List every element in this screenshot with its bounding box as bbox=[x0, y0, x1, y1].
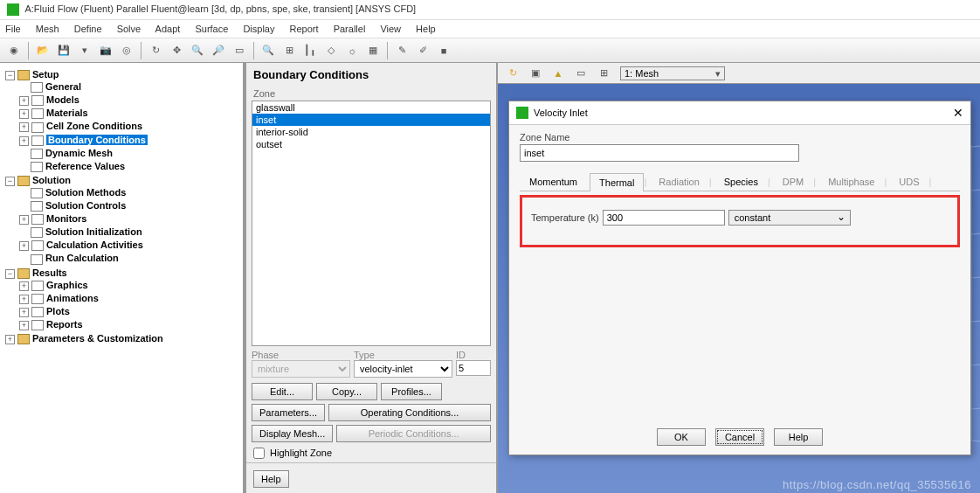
display-mesh-button[interactable]: Display Mesh... bbox=[252, 425, 333, 442]
tree-solution-methods[interactable]: Solution Methods bbox=[45, 187, 126, 198]
expand-icon[interactable]: + bbox=[19, 308, 29, 317]
operating-conditions-button[interactable]: Operating Conditions... bbox=[328, 404, 491, 421]
zoom-in-icon[interactable]: 🔍 bbox=[189, 42, 206, 59]
zoom-out-icon[interactable]: 🔎 bbox=[210, 42, 227, 59]
expand-icon[interactable]: + bbox=[19, 122, 29, 132]
highlight-zone-checkbox[interactable] bbox=[253, 448, 265, 459]
target-icon[interactable]: ◎ bbox=[118, 42, 135, 59]
expand-icon[interactable]: + bbox=[5, 335, 15, 344]
tree-monitors[interactable]: Monitors bbox=[46, 213, 86, 224]
eraser-icon[interactable]: ✐ bbox=[414, 42, 431, 59]
zone-item-selected[interactable]: inset bbox=[252, 114, 490, 126]
menu-adapt[interactable]: Adapt bbox=[155, 24, 181, 34]
tab-dpm[interactable]: DPM bbox=[773, 172, 813, 191]
annot-icon[interactable]: ✎ bbox=[393, 42, 411, 59]
close-icon[interactable]: ✕ bbox=[953, 106, 963, 120]
fit-icon[interactable]: ⊞ bbox=[280, 42, 298, 59]
pan-icon[interactable]: ✥ bbox=[168, 42, 185, 59]
menu-help[interactable]: Help bbox=[416, 24, 436, 34]
axes-icon[interactable]: ┃╻ bbox=[301, 42, 319, 59]
camera-icon[interactable]: 📷 bbox=[97, 42, 114, 59]
tree-reference-values[interactable]: Reference Values bbox=[45, 161, 125, 171]
dialog-titlebar[interactable]: Velocity Inlet ✕ bbox=[509, 101, 970, 125]
menu-view[interactable]: View bbox=[380, 24, 401, 34]
expand-icon[interactable]: + bbox=[19, 136, 29, 146]
expand-icon[interactable]: + bbox=[19, 321, 29, 330]
expand-icon[interactable]: − bbox=[5, 71, 15, 80]
expand-icon[interactable]: + bbox=[19, 96, 29, 106]
zoom-fit-icon[interactable]: 🔍 bbox=[259, 42, 277, 59]
tree-params[interactable]: Parameters & Customization bbox=[32, 333, 163, 344]
menu-surface[interactable]: Surface bbox=[195, 24, 228, 34]
tab-thermal[interactable]: Thermal bbox=[590, 173, 644, 191]
fit-window-icon[interactable]: ▣ bbox=[527, 65, 544, 82]
lights-icon[interactable]: ☼ bbox=[343, 42, 361, 59]
exec-icon[interactable]: ▭ bbox=[572, 65, 590, 82]
tree-setup[interactable]: Setup bbox=[32, 69, 59, 80]
zone-name-input[interactable] bbox=[520, 144, 799, 162]
tab-momentum[interactable]: Momentum bbox=[520, 172, 587, 191]
tree-reports[interactable]: Reports bbox=[46, 319, 83, 330]
expand-icon[interactable]: − bbox=[5, 177, 15, 186]
mesh-window-select[interactable]: 1: Mesh bbox=[620, 66, 725, 80]
menu-mesh[interactable]: Mesh bbox=[36, 24, 59, 34]
tree-general[interactable]: General bbox=[45, 81, 81, 92]
tab-species[interactable]: Species bbox=[714, 172, 768, 191]
tree-results[interactable]: Results bbox=[32, 267, 67, 278]
edit-button[interactable]: Edit... bbox=[252, 383, 313, 400]
help-button[interactable]: Help bbox=[253, 470, 289, 488]
tree-plots[interactable]: Plots bbox=[46, 306, 70, 316]
temperature-mode-select[interactable]: constant bbox=[728, 210, 851, 226]
expand-icon[interactable]: + bbox=[19, 109, 29, 119]
ok-button[interactable]: OK bbox=[657, 428, 706, 446]
zone-item[interactable]: outset bbox=[252, 138, 490, 150]
type-select[interactable]: velocity-inlet bbox=[354, 360, 452, 378]
scene-icon[interactable]: ■ bbox=[435, 42, 452, 59]
rotate-icon[interactable]: ↻ bbox=[147, 42, 164, 59]
dialog-help-button[interactable]: Help bbox=[774, 428, 823, 446]
tree-animations[interactable]: Animations bbox=[46, 293, 99, 303]
save-icon[interactable]: 💾 bbox=[55, 42, 72, 59]
probe-icon[interactable]: ◇ bbox=[322, 42, 340, 59]
ansys-icon[interactable]: ▲ bbox=[549, 65, 567, 82]
temperature-input[interactable] bbox=[603, 210, 725, 226]
tree-solution[interactable]: Solution bbox=[32, 175, 71, 185]
menu-file[interactable]: File bbox=[5, 24, 21, 34]
tree-models[interactable]: Models bbox=[46, 94, 79, 105]
zone-item[interactable]: interior-solid bbox=[252, 126, 490, 138]
tree-solution-controls[interactable]: Solution Controls bbox=[45, 200, 126, 211]
globe-icon[interactable]: ◉ bbox=[5, 42, 23, 59]
expand-icon[interactable]: + bbox=[19, 215, 29, 225]
tree-sol-init[interactable]: Solution Initialization bbox=[45, 226, 142, 237]
menu-display[interactable]: Display bbox=[243, 24, 274, 34]
write-icon[interactable]: ▾ bbox=[76, 42, 93, 59]
tree-run-calc[interactable]: Run Calculation bbox=[45, 253, 119, 263]
tree-graphics[interactable]: Graphics bbox=[46, 280, 88, 290]
tree-materials[interactable]: Materials bbox=[46, 108, 88, 118]
copy-button[interactable]: Copy... bbox=[316, 383, 377, 400]
tree-dynamic-mesh[interactable]: Dynamic Mesh bbox=[45, 148, 113, 158]
tab-multiphase[interactable]: Multiphase bbox=[818, 172, 884, 191]
tree-calc-activities[interactable]: Calculation Activities bbox=[46, 240, 143, 250]
tree-cellzone[interactable]: Cell Zone Conditions bbox=[46, 121, 142, 131]
views-icon[interactable]: ▦ bbox=[364, 42, 382, 59]
tab-uds[interactable]: UDS bbox=[889, 172, 928, 191]
parameters-button[interactable]: Parameters... bbox=[252, 404, 325, 421]
expand-icon[interactable]: + bbox=[19, 295, 29, 304]
zone-item[interactable]: glasswall bbox=[252, 101, 490, 114]
refresh-icon[interactable]: ↻ bbox=[504, 65, 521, 82]
menu-parallel[interactable]: Parallel bbox=[334, 24, 366, 34]
arrange-icon[interactable]: ⊞ bbox=[595, 65, 612, 82]
expand-icon[interactable]: + bbox=[19, 241, 29, 251]
open-icon[interactable]: 📂 bbox=[34, 42, 52, 59]
box-zoom-icon[interactable]: ▭ bbox=[231, 42, 248, 59]
cancel-button[interactable]: Cancel bbox=[715, 428, 764, 446]
outline-tree[interactable]: −Setup General +Models +Materials +Cell … bbox=[0, 63, 245, 493]
expand-icon[interactable]: − bbox=[5, 269, 15, 279]
id-field[interactable] bbox=[456, 360, 491, 376]
menu-define[interactable]: Define bbox=[74, 24, 102, 34]
menu-report[interactable]: Report bbox=[290, 24, 319, 34]
tree-boundary-conditions[interactable]: Boundary Conditions bbox=[46, 135, 148, 145]
menu-solve[interactable]: Solve bbox=[117, 24, 141, 34]
tab-radiation[interactable]: Radiation bbox=[649, 172, 708, 191]
